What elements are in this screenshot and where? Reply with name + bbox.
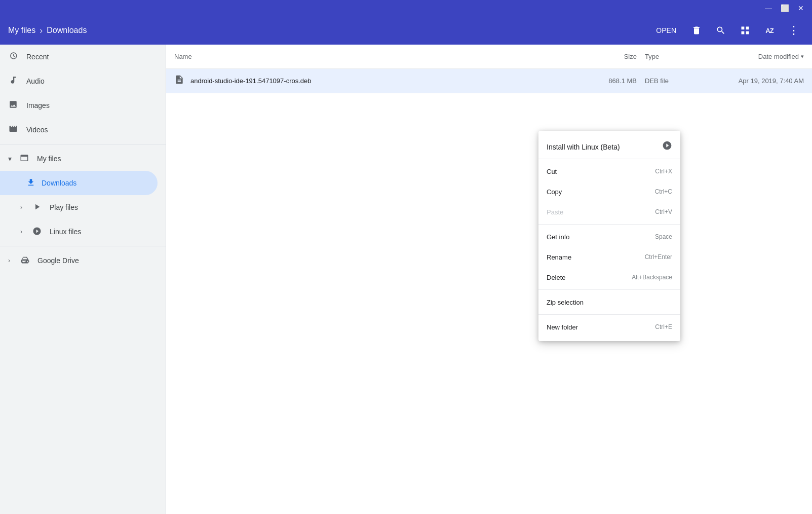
sidebar-google-drive-label: Google Drive bbox=[37, 256, 79, 265]
table-row[interactable]: android-studio-ide-191.5471097-cros.deb … bbox=[166, 69, 812, 93]
sidebar-google-drive-header[interactable]: › Google Drive bbox=[0, 248, 166, 273]
context-menu-install[interactable]: Install with Linux (Beta) bbox=[538, 135, 680, 159]
recent-icon bbox=[8, 51, 18, 63]
title-bar: — ⬜ ✕ bbox=[0, 0, 812, 16]
open-button[interactable]: OPEN bbox=[650, 23, 682, 38]
main-layout: Recent Audio Images Videos ▾ bbox=[0, 45, 812, 514]
chevron-down-icon: ▾ bbox=[8, 155, 12, 163]
copy-label: Copy bbox=[547, 188, 655, 196]
context-menu-cut[interactable]: Cut Ctrl+X bbox=[538, 161, 680, 181]
get-info-label: Get info bbox=[547, 233, 655, 241]
context-menu-delete[interactable]: Delete Alt+Backspace bbox=[538, 267, 680, 287]
delete-button[interactable] bbox=[686, 20, 707, 41]
cut-shortcut: Ctrl+X bbox=[655, 168, 672, 175]
sidebar-item-audio[interactable]: Audio bbox=[0, 69, 158, 93]
table-header: Name Size Type Date modified ▾ bbox=[166, 45, 812, 69]
sidebar-divider-2 bbox=[0, 246, 166, 246]
my-files-icon bbox=[20, 154, 29, 164]
context-menu-paste: Paste Ctrl+V bbox=[538, 202, 680, 222]
context-menu-divider-2 bbox=[538, 289, 680, 290]
install-linux-label: Install with Linux (Beta) bbox=[547, 143, 620, 151]
videos-icon bbox=[8, 124, 18, 136]
breadcrumb-separator: › bbox=[40, 25, 43, 36]
col-size-header[interactable]: Size bbox=[586, 53, 637, 60]
sidebar-play-files-header[interactable]: › Play files bbox=[0, 195, 166, 219]
context-menu-copy[interactable]: Copy Ctrl+C bbox=[538, 181, 680, 202]
paste-shortcut: Ctrl+V bbox=[655, 208, 672, 215]
sidebar-item-images[interactable]: Images bbox=[0, 93, 158, 118]
col-type-header[interactable]: Type bbox=[637, 53, 703, 60]
context-menu-divider-3 bbox=[538, 314, 680, 315]
install-linux-icon bbox=[662, 140, 672, 153]
minimize-button[interactable]: — bbox=[761, 1, 776, 15]
get-info-shortcut: Space bbox=[655, 233, 672, 240]
rename-shortcut: Ctrl+Enter bbox=[645, 253, 672, 261]
more-options-button[interactable]: ⋮ bbox=[784, 20, 804, 41]
images-icon bbox=[8, 100, 18, 112]
rename-label: Rename bbox=[547, 253, 645, 261]
sidebar-my-files-header[interactable]: ▾ My files bbox=[0, 146, 166, 171]
context-menu-zip[interactable]: Zip selection bbox=[538, 292, 680, 312]
context-menu-new-folder[interactable]: New folder Ctrl+E bbox=[538, 317, 680, 337]
sidebar-recent-label: Recent bbox=[26, 53, 49, 61]
file-name: android-studio-ide-191.5471097-cros.deb bbox=[190, 77, 586, 85]
header-actions: OPEN AZ ⋮ bbox=[650, 20, 804, 41]
context-menu-rename[interactable]: Rename Ctrl+Enter bbox=[538, 247, 680, 267]
breadcrumb-root[interactable]: My files bbox=[8, 26, 35, 35]
sidebar-downloads-label: Downloads bbox=[42, 179, 76, 187]
breadcrumb: My files › Downloads bbox=[8, 25, 650, 36]
file-size: 868.1 MB bbox=[586, 77, 637, 85]
sort-arrow-icon: ▾ bbox=[801, 53, 804, 60]
sidebar: Recent Audio Images Videos ▾ bbox=[0, 45, 166, 514]
delete-shortcut: Alt+Backspace bbox=[632, 274, 672, 281]
downloads-icon bbox=[26, 178, 35, 189]
file-type-icon bbox=[174, 75, 184, 87]
sidebar-item-recent[interactable]: Recent bbox=[0, 45, 158, 69]
zip-label: Zip selection bbox=[547, 299, 672, 306]
drive-expand-icon: › bbox=[8, 257, 10, 264]
google-drive-icon bbox=[20, 255, 29, 266]
play-files-icon bbox=[32, 202, 42, 213]
play-expand-icon: › bbox=[20, 204, 22, 211]
sidebar-videos-label: Videos bbox=[26, 126, 48, 134]
new-folder-shortcut: Ctrl+E bbox=[655, 323, 672, 331]
col-date-header[interactable]: Date modified ▾ bbox=[703, 53, 804, 60]
cut-label: Cut bbox=[547, 168, 655, 175]
sidebar-divider-1 bbox=[0, 144, 166, 144]
sidebar-audio-label: Audio bbox=[26, 77, 45, 85]
file-content: Name Size Type Date modified ▾ android-s… bbox=[166, 45, 812, 514]
sidebar-my-files-label: My files bbox=[37, 155, 61, 163]
maximize-button[interactable]: ⬜ bbox=[778, 1, 792, 15]
sidebar-linux-files-header[interactable]: › Linux files bbox=[0, 219, 166, 244]
context-menu-get-info[interactable]: Get info Space bbox=[538, 227, 680, 247]
sidebar-images-label: Images bbox=[26, 101, 50, 109]
context-menu: Install with Linux (Beta) Cut Ctrl+X Cop… bbox=[538, 131, 680, 341]
delete-label: Delete bbox=[547, 274, 632, 281]
sidebar-play-files-label: Play files bbox=[50, 203, 78, 211]
grid-view-button[interactable] bbox=[735, 20, 755, 41]
file-type: DEB file bbox=[637, 77, 703, 85]
file-date: Apr 19, 2019, 7:40 AM bbox=[703, 77, 804, 85]
new-folder-label: New folder bbox=[547, 323, 655, 331]
audio-icon bbox=[8, 76, 18, 87]
search-button[interactable] bbox=[711, 20, 731, 41]
sort-button[interactable]: AZ bbox=[759, 20, 780, 41]
sidebar-item-videos[interactable]: Videos bbox=[0, 118, 158, 142]
close-button[interactable]: ✕ bbox=[794, 1, 808, 15]
linux-files-icon bbox=[32, 227, 42, 237]
sidebar-item-downloads[interactable]: Downloads bbox=[0, 171, 158, 195]
sidebar-linux-files-label: Linux files bbox=[50, 228, 81, 236]
app-header: My files › Downloads OPEN AZ ⋮ bbox=[0, 16, 812, 45]
copy-shortcut: Ctrl+C bbox=[655, 188, 672, 195]
breadcrumb-current: Downloads bbox=[47, 26, 87, 35]
context-menu-divider-1 bbox=[538, 224, 680, 225]
linux-expand-icon: › bbox=[20, 228, 22, 235]
col-name-header[interactable]: Name bbox=[174, 53, 586, 60]
paste-label: Paste bbox=[547, 208, 655, 216]
